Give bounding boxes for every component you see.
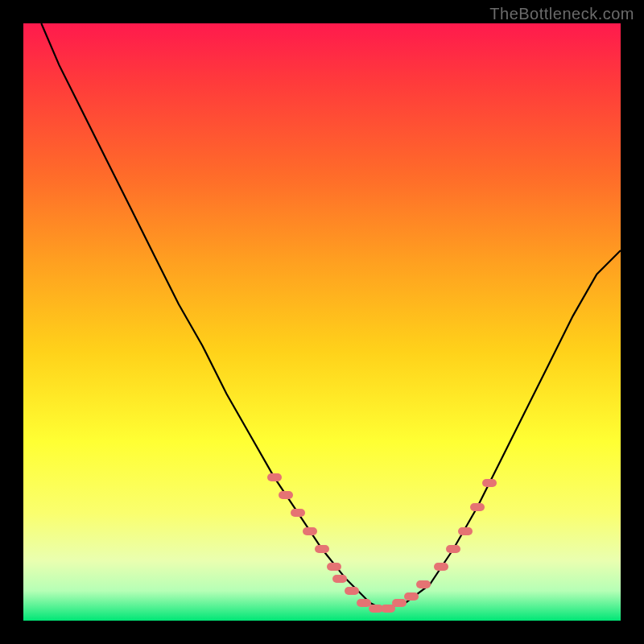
bottleneck-curve [41, 23, 621, 609]
curve-marker [470, 503, 485, 511]
curve-marker [267, 473, 282, 481]
curve-marker [279, 491, 293, 499]
curve-marker [458, 527, 473, 535]
curve-marker [303, 527, 317, 535]
curve-marker [434, 563, 448, 571]
curve-marker [332, 575, 347, 583]
curve-marker [446, 545, 460, 553]
curve-svg [23, 23, 621, 621]
curve-marker [416, 580, 431, 588]
curve-marker [315, 545, 329, 553]
curve-marker [404, 592, 419, 601]
curve-marker [392, 599, 407, 607]
curve-marker [345, 587, 359, 595]
curve-marker [291, 509, 305, 517]
chart-stage: TheBottleneck.com [0, 0, 644, 644]
watermark-text: TheBottleneck.com [489, 5, 634, 23]
plot-area [23, 23, 621, 621]
curve-marker [482, 479, 497, 487]
curve-marker [381, 605, 395, 613]
curve-marker [327, 563, 341, 571]
